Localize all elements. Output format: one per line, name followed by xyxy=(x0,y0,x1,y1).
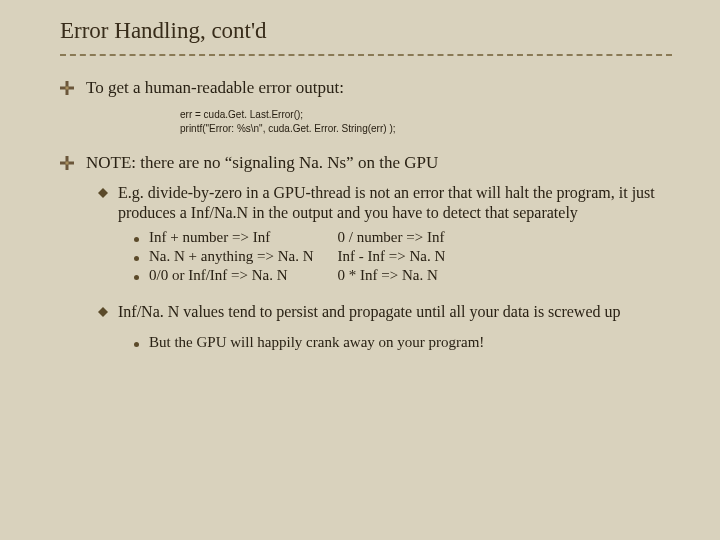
rule-text: Inf - Inf => Na. N xyxy=(338,248,446,265)
bullet-level3: 0 * Inf => Na. N xyxy=(338,267,446,284)
svg-marker-6 xyxy=(98,188,108,198)
svg-rect-2 xyxy=(66,87,69,90)
bullet-text: To get a human-readable error output: xyxy=(86,78,344,98)
bullet-text: But the GPU will happily crank away on y… xyxy=(149,334,484,351)
dot-bullet-icon xyxy=(134,237,139,242)
bullet-level3: Na. N + anything => Na. N xyxy=(134,248,314,265)
bullet-level3: Inf - Inf => Na. N xyxy=(338,248,446,265)
dot-bullet-icon xyxy=(134,256,139,261)
rule-text: 0 / number => Inf xyxy=(338,229,445,246)
cross-bullet-icon xyxy=(60,81,74,95)
title-divider xyxy=(60,54,672,56)
svg-marker-7 xyxy=(98,307,108,317)
cross-bullet-icon xyxy=(60,156,74,170)
code-block: err = cuda.Get. Last.Error(); printf("Er… xyxy=(180,108,672,135)
bullet-level1: To get a human-readable error output: xyxy=(60,78,672,98)
svg-rect-5 xyxy=(66,162,69,165)
bullet-level1: NOTE: there are no “signaling Na. Ns” on… xyxy=(60,153,672,173)
bullet-level3: Inf + number => Inf xyxy=(134,229,314,246)
code-line: printf("Error: %s\n", cuda.Get. Error. S… xyxy=(180,122,672,136)
bullet-level3: 0 / number => Inf xyxy=(338,229,446,246)
diamond-bullet-icon xyxy=(98,188,108,198)
bullet-text: NOTE: there are no “signaling Na. Ns” on… xyxy=(86,153,438,173)
bullet-level3: But the GPU will happily crank away on y… xyxy=(134,334,672,351)
rules-col-left: Inf + number => Inf Na. N + anything => … xyxy=(134,229,314,286)
rules-columns: Inf + number => Inf Na. N + anything => … xyxy=(134,229,672,286)
bullet-level2: Inf/Na. N values tend to persist and pro… xyxy=(98,302,672,322)
bullet-level2: E.g. divide-by-zero in a GPU-thread is n… xyxy=(98,183,672,223)
slide-title: Error Handling, cont'd xyxy=(60,18,672,44)
code-line: err = cuda.Get. Last.Error(); xyxy=(180,108,672,122)
bullet-text: Inf/Na. N values tend to persist and pro… xyxy=(118,302,621,322)
bullet-text: E.g. divide-by-zero in a GPU-thread is n… xyxy=(118,183,672,223)
rule-text: 0/0 or Inf/Inf => Na. N xyxy=(149,267,288,284)
diamond-bullet-icon xyxy=(98,307,108,317)
dot-bullet-icon xyxy=(134,342,139,347)
rules-col-right: 0 / number => Inf Inf - Inf => Na. N 0 *… xyxy=(338,229,446,286)
dot-bullet-icon xyxy=(134,275,139,280)
rule-text: 0 * Inf => Na. N xyxy=(338,267,438,284)
bullet-level3: 0/0 or Inf/Inf => Na. N xyxy=(134,267,314,284)
rule-text: Inf + number => Inf xyxy=(149,229,270,246)
slide: Error Handling, cont'd To get a human-re… xyxy=(0,0,720,373)
rule-text: Na. N + anything => Na. N xyxy=(149,248,314,265)
